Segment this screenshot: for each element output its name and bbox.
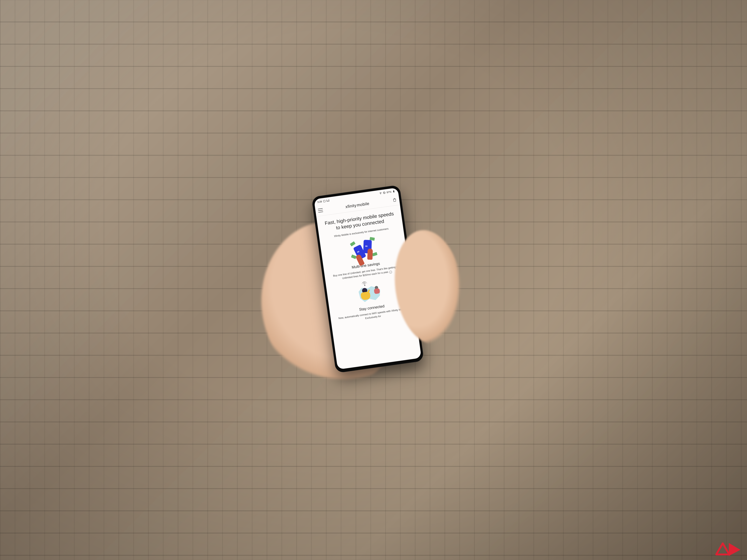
wifi-icon [379,192,382,195]
stop-icon [323,199,326,203]
battery-icon [392,190,395,193]
site-watermark-icon [713,540,742,556]
stage: 3:29 [0,0,747,560]
menu-button[interactable] [318,208,323,212]
gmail-icon [327,199,329,202]
shopping-bag-button[interactable] [392,197,397,203]
svg-rect-3 [393,190,394,192]
svg-marker-6 [729,543,740,556]
battery-percent: 97% [386,190,392,193]
brand-primary: xfinity [345,203,357,209]
info-icon[interactable]: i [389,271,392,274]
do-not-disturb-icon [383,191,386,194]
svg-rect-4 [393,190,394,191]
brand-logo[interactable]: xfinity mobile [345,201,369,209]
feature-illustration-map-wifi [354,280,385,306]
brand-secondary: mobile [357,201,369,208]
feature-multiline-savings: ∞∞ Multi-line savings Buy one line of Un… [326,234,404,282]
svg-marker-5 [716,543,729,555]
svg-line-2 [384,192,385,193]
status-time: 3:29 [317,200,322,203]
feature-illustration-phones-cash: ∞∞ [349,237,379,263]
